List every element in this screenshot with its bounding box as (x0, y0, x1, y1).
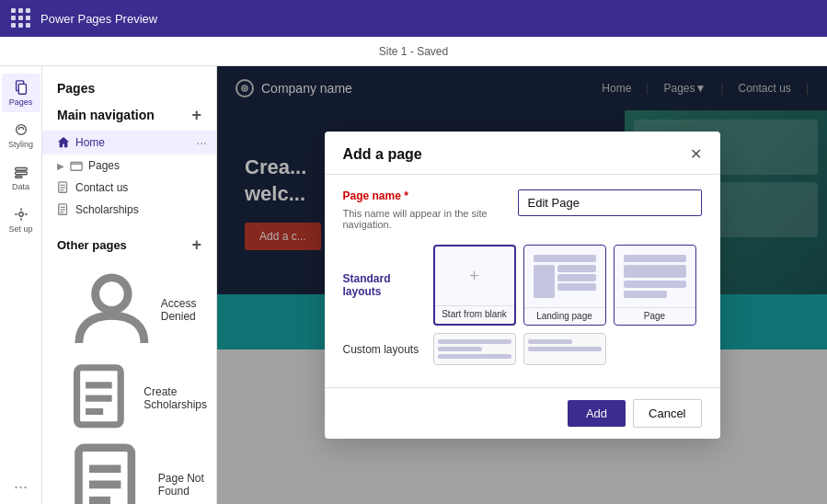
more-button[interactable]: ··· (14, 477, 28, 497)
custom-lines-2 (528, 339, 602, 351)
sidebar-title: Pages (42, 77, 216, 103)
rail-item-styling[interactable]: Styling (2, 116, 40, 155)
required-marker: * (404, 189, 408, 202)
contact-page-icon (57, 181, 70, 194)
app-grid-icon[interactable] (11, 8, 31, 29)
c-line-3 (438, 354, 511, 359)
user-icon (68, 267, 155, 354)
r-bar-1 (557, 265, 595, 272)
modal-close-button[interactable]: ✕ (690, 147, 702, 162)
custom-layouts-label: Custom layouts (343, 343, 426, 356)
status-text: Site 1 - Saved (379, 45, 448, 58)
sidebar-item-create-scholarships[interactable]: Create Scholarships (42, 359, 216, 438)
landing-card-inner (524, 246, 605, 307)
add-other-pages-button[interactable]: + (191, 235, 201, 255)
c-line-2 (438, 347, 482, 351)
data-icon (13, 164, 29, 180)
chevron-right-icon: ▶ (57, 161, 64, 171)
pages-nav-label: Pages (88, 159, 120, 172)
page-not-found-label: Page Not Found (158, 472, 207, 498)
layout-card-landing[interactable]: Landing page (523, 245, 606, 326)
icon-rail: Pages Styling Data Set up ··· (0, 66, 42, 504)
svg-rect-3 (15, 168, 27, 171)
top-bar: Power Pages Preview (0, 0, 827, 37)
sidebar-item-contact-us[interactable]: Contact us (42, 177, 216, 199)
c2-line-1 (528, 339, 572, 344)
page-mid-bar (624, 265, 686, 278)
page-bot-bar (624, 291, 668, 298)
field-text-group: Page name * This name will appear in the… (343, 189, 503, 230)
modal-footer: Add Cancel (325, 387, 720, 439)
svg-point-2 (16, 125, 26, 135)
modal-overlay: Add a page ✕ Page name * This name will … (217, 66, 827, 504)
cancel-button[interactable]: Cancel (633, 399, 701, 428)
rail-label-pages: Pages (9, 97, 33, 107)
setup-icon (13, 206, 29, 223)
app-title: Power Pages Preview (40, 12, 157, 26)
custom-layout-cards (433, 333, 606, 365)
rail-item-pages[interactable]: Pages (2, 74, 40, 112)
rail-item-setup[interactable]: Set up (2, 200, 40, 239)
sidebar-item-page-not-found[interactable]: Page Not Found (42, 438, 216, 504)
custom-card-1-inner (434, 334, 515, 364)
home-icon (57, 136, 70, 149)
folder-icon (70, 159, 83, 172)
add-main-nav-button[interactable]: + (191, 107, 201, 123)
main-layout: Pages Styling Data Set up ··· (0, 66, 827, 504)
custom-lines-1 (438, 339, 511, 359)
landing-row (534, 265, 596, 298)
scholarships-page-icon (57, 203, 70, 216)
rail-label-setup: Set up (8, 224, 32, 234)
rail-item-data[interactable]: Data (2, 158, 40, 197)
svg-point-6 (18, 212, 23, 217)
status-bar: Site 1 - Saved (0, 37, 827, 66)
layouts-section: Standard layouts + Start from blank (343, 245, 702, 365)
contact-us-label: Contact us (75, 181, 128, 194)
landing-label: Landing page (524, 307, 605, 325)
layout-card-blank[interactable]: + Start from blank (433, 245, 516, 326)
page-top-bar (624, 255, 686, 262)
sidebar-item-home[interactable]: Home ··· (42, 131, 216, 155)
modal-title: Add a page (343, 146, 422, 163)
page-name-field-row: Page name * This name will appear in the… (343, 189, 702, 230)
add-page-button[interactable]: Add (568, 400, 626, 427)
c-line-1 (438, 339, 511, 344)
c2-line-2 (528, 347, 602, 351)
field-hint: This name will appear in the site naviga… (343, 208, 503, 230)
other-pages-heading: Other pages + (42, 232, 216, 262)
standard-layouts-row: Standard layouts + Start from blank (343, 245, 702, 326)
page-name-input[interactable] (518, 189, 702, 216)
svg-rect-4 (15, 172, 27, 175)
rail-label-styling: Styling (8, 140, 33, 149)
sidebar-item-scholarships[interactable]: Scholarships (42, 199, 216, 221)
svg-rect-5 (15, 177, 21, 178)
standard-layouts-label: Standard layouts (343, 272, 426, 298)
blank-icon: + (441, 252, 509, 300)
custom-layout-card-2[interactable] (523, 333, 606, 365)
landing-top-bar (534, 255, 596, 262)
layout-card-page[interactable]: Page (614, 245, 696, 326)
blank-card-inner: + (435, 246, 514, 305)
custom-layouts-row: Custom layouts (343, 333, 702, 365)
create-scholarships-label: Create Scholarships (144, 385, 207, 411)
page-not-found-icon (68, 442, 153, 504)
page-label: Page (615, 307, 695, 325)
blank-label: Start from blank (435, 305, 514, 323)
page-card-inner (615, 246, 695, 307)
sidebar-item-pages[interactable]: ▶ Pages (42, 155, 216, 177)
home-more-button[interactable]: ··· (196, 135, 207, 150)
custom-layout-card-1[interactable] (433, 333, 516, 365)
page-layout (620, 251, 690, 302)
sidebar-item-access-denied[interactable]: Access Denied (42, 262, 216, 359)
svg-rect-1 (18, 84, 26, 94)
svg-point-16 (96, 278, 129, 311)
content-area: ↖ Company name Home | Pages▼ (217, 66, 827, 504)
add-page-modal: Add a page ✕ Page name * This name will … (325, 132, 720, 439)
r-bar-2 (557, 274, 595, 281)
create-scholarships-icon (68, 363, 138, 433)
sidebar: Pages Main navigation + Home ··· ▶ Pages (42, 66, 217, 504)
more-dots: ··· (14, 477, 28, 496)
main-nav-heading: Main navigation + (42, 103, 216, 131)
scholarships-label: Scholarships (75, 203, 139, 216)
home-label: Home (75, 136, 105, 149)
